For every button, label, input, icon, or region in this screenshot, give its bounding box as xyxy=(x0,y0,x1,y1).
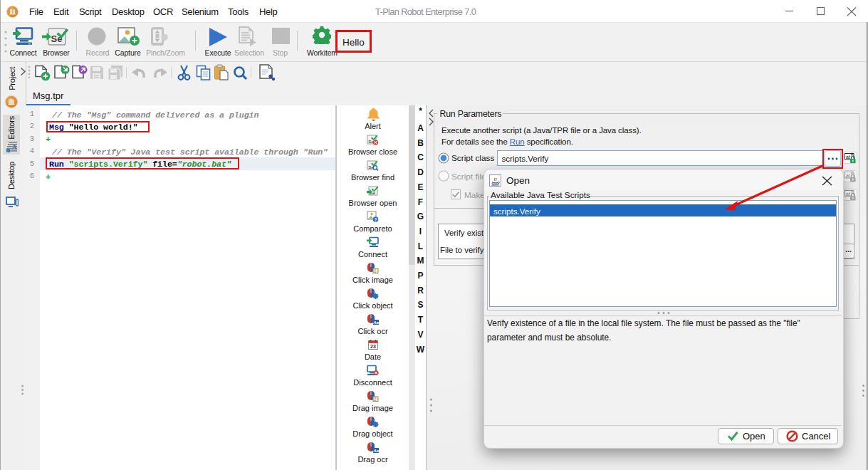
svg-text:A: A xyxy=(11,143,17,151)
svg-text:at: at xyxy=(846,172,851,179)
svg-text:Aa: Aa xyxy=(372,320,379,325)
svg-text:Aa: Aa xyxy=(372,449,379,453)
svg-text:?: ? xyxy=(375,217,377,222)
svg-text:23: 23 xyxy=(370,344,376,349)
svg-text:at: at xyxy=(846,154,851,160)
svg-text:at: at xyxy=(846,191,851,197)
